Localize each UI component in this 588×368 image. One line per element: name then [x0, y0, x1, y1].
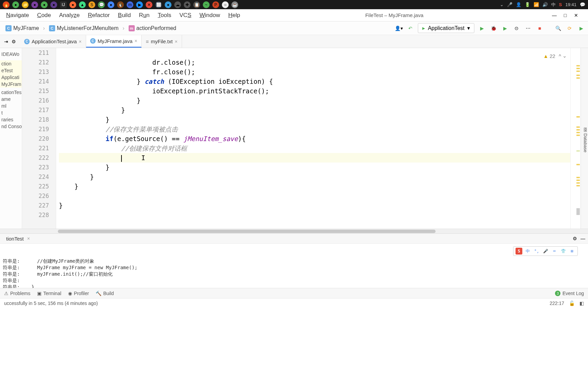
- menu-window[interactable]: Window: [196, 11, 223, 20]
- tab-myfile[interactable]: ≡ myFile.txt ×: [142, 35, 182, 48]
- mic-icon[interactable]: 🎤: [507, 2, 512, 7]
- database-tool-window[interactable]: 🗄 Database: [581, 48, 588, 229]
- build-tab[interactable]: 🔨 Build: [96, 291, 114, 296]
- breadcrumb-item[interactable]: m actionPerformed: [126, 24, 179, 33]
- close-icon[interactable]: ×: [175, 39, 177, 44]
- app-icon[interactable]: m: [127, 1, 133, 8]
- minimize-icon[interactable]: —: [581, 236, 585, 241]
- battery-icon[interactable]: 🔋: [525, 2, 530, 7]
- menu-run[interactable]: Run: [135, 11, 153, 20]
- console-output[interactable]: S 中 °, 🎤 ⌨ 👕 ⊞ 符串是: //创建MyJFrame类的对象符串是:…: [0, 244, 588, 288]
- app-icon[interactable]: ▲: [79, 1, 86, 8]
- horizontal-scrollbar[interactable]: [0, 229, 588, 233]
- gear-icon[interactable]: ⚙: [12, 39, 16, 44]
- volume-icon[interactable]: 🔊: [542, 2, 548, 7]
- app-icon[interactable]: ●: [165, 1, 172, 8]
- notification-icon[interactable]: 💬: [580, 2, 585, 7]
- app-icon[interactable]: ●: [41, 1, 48, 8]
- search-icon[interactable]: 🔍: [554, 24, 562, 32]
- minimize-button[interactable]: —: [552, 13, 557, 18]
- menu-analyze[interactable]: Analyze: [56, 11, 83, 20]
- scrollbar-thumb[interactable]: [58, 230, 436, 233]
- breadcrumb-item[interactable]: C MyListenerForJMenuItem: [46, 24, 121, 33]
- run-button[interactable]: ▶: [478, 24, 486, 32]
- app-icon[interactable]: ⬜: [155, 1, 162, 8]
- close-icon[interactable]: ×: [79, 39, 82, 44]
- sogou-icon[interactable]: S: [516, 248, 522, 255]
- stop-button[interactable]: ■: [536, 24, 544, 32]
- lock-icon[interactable]: 🔓: [569, 301, 575, 306]
- profile-button[interactable]: ⊙: [512, 24, 521, 32]
- code-editor[interactable]: dr.close(); fr.close(); } catch (IOExcep…: [56, 48, 570, 229]
- app-icon[interactable]: ~: [203, 1, 210, 8]
- ime-lang[interactable]: 中: [551, 2, 556, 8]
- menu-build[interactable]: Build: [115, 11, 134, 20]
- app-icon[interactable]: S: [88, 1, 95, 8]
- app-icon[interactable]: ✕: [146, 1, 152, 8]
- maximize-button[interactable]: □: [563, 13, 568, 18]
- run-config-selector[interactable]: ▸ ApplicationTest ▾: [418, 23, 474, 33]
- user-icon[interactable]: 👤▾: [395, 24, 403, 32]
- app-icon[interactable]: P: [212, 1, 219, 8]
- console-tab[interactable]: tionTest: [3, 234, 27, 243]
- breadcrumb-item[interactable]: C MyJFrame: [3, 24, 42, 33]
- app-icon[interactable]: ●: [50, 1, 57, 8]
- coverage-button[interactable]: ▶: [501, 24, 509, 32]
- wifi-icon[interactable]: 📶: [534, 2, 539, 7]
- line-number-gutter[interactable]: 2112122132142152162172182192202212222232…: [22, 48, 56, 229]
- problems-tab[interactable]: ⚠ Problems: [4, 291, 30, 296]
- close-icon[interactable]: ×: [134, 38, 137, 44]
- app-icon[interactable]: 📋: [193, 1, 200, 8]
- ime-grid-icon[interactable]: ⊞: [569, 248, 575, 255]
- app-icon[interactable]: ●: [69, 1, 76, 8]
- app-icon[interactable]: ○: [222, 1, 229, 8]
- gear-icon[interactable]: ⚙: [573, 236, 577, 241]
- ime-punct[interactable]: °,: [533, 248, 540, 255]
- attach-button[interactable]: ⋯: [524, 24, 532, 32]
- terminal-tab[interactable]: ▣ Terminal: [37, 291, 61, 296]
- app-icon[interactable]: ☁: [174, 1, 181, 8]
- ime-toolbar[interactable]: S 中 °, 🎤 ⌨ 👕 ⊞: [513, 246, 578, 256]
- menu-code[interactable]: Code: [34, 11, 54, 20]
- menu-vcs[interactable]: VCS: [176, 11, 195, 20]
- debug-button[interactable]: 🐞: [489, 24, 497, 32]
- app-icon[interactable]: ●: [12, 1, 19, 8]
- close-icon[interactable]: ×: [27, 236, 30, 241]
- sync-icon[interactable]: ⟳: [566, 24, 574, 32]
- menu-help[interactable]: Help: [225, 11, 244, 20]
- back-icon[interactable]: ↶: [406, 24, 414, 32]
- ime-mode[interactable]: 中: [524, 248, 531, 255]
- inspection-gutter[interactable]: ▲ 22 ^ ⌄: [570, 48, 581, 229]
- app-icon[interactable]: ●: [31, 1, 38, 8]
- app-icon[interactable]: ▶: [136, 1, 143, 8]
- app-icon[interactable]: IJ: [60, 1, 67, 8]
- app-icon[interactable]: ●: [108, 1, 114, 8]
- indicator-icon[interactable]: ◧: [579, 301, 584, 306]
- tab-applicationtest[interactable]: C ApplicationTest.java ×: [20, 35, 86, 48]
- tab-myjframe[interactable]: C MyJFrame.java ×: [86, 35, 142, 48]
- close-button[interactable]: ✕: [574, 13, 578, 18]
- chevron-up-icon[interactable]: ^: [559, 53, 561, 59]
- app-icon[interactable]: ☕: [231, 1, 238, 8]
- menu-tools[interactable]: Tools: [154, 11, 175, 20]
- menu-navigate[interactable]: Navigate: [3, 11, 32, 20]
- ime-keyboard-icon[interactable]: ⌨: [551, 248, 558, 255]
- event-log-tab[interactable]: Event Log: [562, 291, 584, 296]
- ime-skin-icon[interactable]: 👕: [560, 248, 567, 255]
- warnings-badge[interactable]: ▲ 22 ^ ⌄: [543, 53, 567, 59]
- app-icon[interactable]: ✚: [184, 1, 191, 8]
- collapse-icon[interactable]: ⇥: [4, 39, 8, 44]
- chevron-down-icon[interactable]: ⌄: [500, 2, 504, 7]
- chevron-down-icon[interactable]: ⌄: [562, 53, 567, 59]
- project-tool-window[interactable]: IDEAWo ction eTest Applicati MyJFram cat…: [0, 48, 22, 229]
- app-icon[interactable]: 🐧: [117, 1, 124, 8]
- app-icon[interactable]: 💬: [98, 1, 105, 8]
- caret-position[interactable]: 222:17: [550, 301, 564, 306]
- sogou-icon[interactable]: S: [559, 2, 562, 7]
- app-icon[interactable]: 🔥: [3, 1, 10, 8]
- menu-refactor[interactable]: Refactor: [84, 11, 113, 20]
- tray-icon[interactable]: 👤: [516, 2, 521, 7]
- ime-mic-icon[interactable]: 🎤: [542, 248, 549, 255]
- profiler-tab[interactable]: ◉ Profiler: [68, 291, 89, 296]
- forward-icon[interactable]: ▶: [577, 24, 585, 32]
